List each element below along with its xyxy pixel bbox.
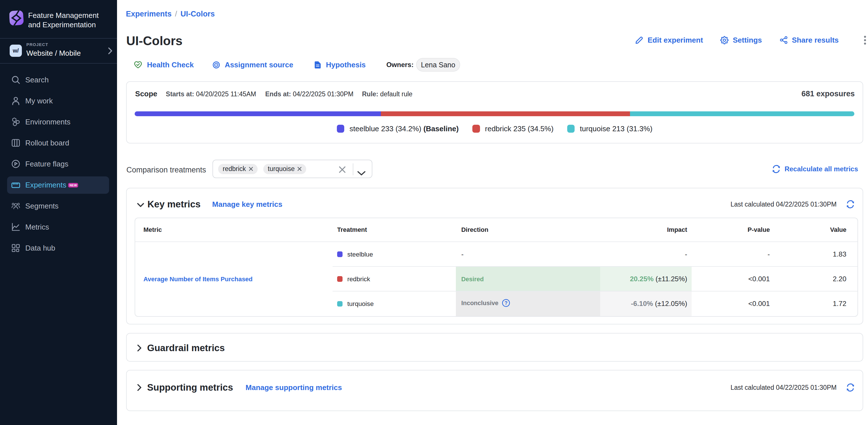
svg-text:?: ? <box>504 300 507 306</box>
